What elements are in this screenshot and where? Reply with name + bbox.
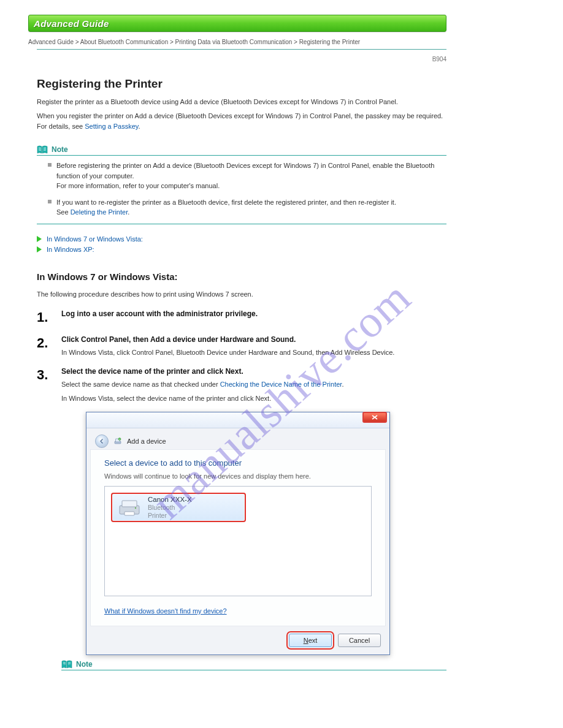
back-button[interactable] xyxy=(95,434,109,448)
step-3-hint-prefix: Select the same device name as that chec… xyxy=(61,381,220,388)
step-3-hint: Select the same device name as that chec… xyxy=(61,379,446,390)
arrow-icon xyxy=(37,246,42,252)
note-bullet-1: Before registering the printer on Add a … xyxy=(48,161,446,191)
breadcrumb: Advanced Guide > About Bluetooth Communi… xyxy=(28,38,446,47)
device-icon: + xyxy=(113,437,122,446)
checking-device-name-link[interactable]: Checking the Device Name of the Printer xyxy=(220,381,342,388)
link-windows-xp[interactable]: In Windows XP: xyxy=(47,246,94,253)
bullet-icon xyxy=(48,200,52,203)
note-header: Note xyxy=(37,145,446,154)
note-bullets: Before registering the printer on Add a … xyxy=(48,161,446,218)
close-icon xyxy=(371,414,378,420)
jump-links: In Windows 7 or Windows Vista: In Window… xyxy=(37,235,446,253)
note-label: Note xyxy=(52,145,68,154)
section-heading: In Windows 7 or Windows Vista: xyxy=(37,271,446,282)
page-code: B904 xyxy=(37,56,446,63)
arrow-icon xyxy=(37,236,42,242)
intro-paragraph-2: When you register the printer on Add a d… xyxy=(37,111,446,132)
step-2-title: Click Control Panel, then Add a device u… xyxy=(61,335,446,344)
step-2-text: In Windows Vista, click Control Panel, B… xyxy=(61,347,446,358)
banner-title: Advanced Guide xyxy=(34,18,109,29)
note-header-sub: Note xyxy=(61,660,446,669)
note-rule-bottom xyxy=(37,224,446,224)
book-icon xyxy=(61,660,72,669)
intro-paragraph-1: Register the printer as a Bluetooth devi… xyxy=(37,97,446,107)
svg-point-15 xyxy=(135,507,136,509)
step-number: 1. xyxy=(37,309,53,325)
add-device-dialog: + Add a device Select a device to add to… xyxy=(86,412,390,655)
dialog-footer: Next Cancel xyxy=(86,630,389,654)
book-icon xyxy=(37,145,48,154)
device-item[interactable]: Canon XXX-X Bluetooth Printer xyxy=(111,493,246,522)
page-banner: Advanced Guide xyxy=(28,15,446,32)
bullet-icon xyxy=(48,163,52,167)
help-link[interactable]: What if Windows doesn't find my device? xyxy=(104,607,227,615)
passkey-link[interactable]: Setting a Passkey xyxy=(85,123,138,130)
svg-text:+: + xyxy=(119,438,120,441)
link-windows7-vista[interactable]: In Windows 7 or Windows Vista: xyxy=(47,235,143,243)
next-button[interactable]: Next xyxy=(289,634,332,647)
svg-rect-14 xyxy=(124,512,134,515)
next-underline: N xyxy=(304,637,308,644)
back-arrow-icon xyxy=(99,438,105,444)
note-label-bottom: Note xyxy=(76,660,93,669)
step-3-title: Select the device name of the printer an… xyxy=(61,367,446,376)
step-1: 1. Log into a user account with the admi… xyxy=(37,309,446,325)
step-3-vista-note: In Windows Vista, select the device name… xyxy=(61,393,446,404)
printer-icon xyxy=(117,497,142,518)
note-bullet-2: If you want to re-register the printer a… xyxy=(48,197,446,218)
step-number: 2. xyxy=(37,335,53,358)
section-lead: The following procedure describes how to… xyxy=(37,289,446,300)
device-name: Canon XXX-X xyxy=(148,495,192,504)
divider xyxy=(37,49,446,50)
device-category: Printer xyxy=(148,512,192,520)
deleting-printer-link[interactable]: Deleting the Printer xyxy=(71,208,128,216)
next-rest: ext xyxy=(308,637,318,644)
close-button[interactable] xyxy=(362,412,387,423)
step-1-title: Log into a user account with the adminis… xyxy=(61,309,446,318)
step-2: 2. Click Control Panel, then Add a devic… xyxy=(37,335,446,358)
note-rule xyxy=(37,155,446,156)
page-title: Registering the Printer xyxy=(37,77,446,91)
step-3: 3. Select the device name of the printer… xyxy=(37,367,446,675)
dialog-body: Select a device to add to this computer … xyxy=(90,449,386,626)
note-bullet-1-text: Before registering the printer on Add a … xyxy=(56,161,446,191)
step-number: 3. xyxy=(37,367,53,675)
dialog-crumb-title: Add a device xyxy=(127,438,166,445)
device-listbox[interactable]: Canon XXX-X Bluetooth Printer xyxy=(104,486,372,596)
dialog-headline: Select a device to add to this computer xyxy=(104,458,372,468)
cancel-button[interactable]: Cancel xyxy=(338,634,381,647)
dialog-titlebar xyxy=(86,412,389,428)
dialog-subline: Windows will continue to look for new de… xyxy=(104,472,372,480)
svg-rect-13 xyxy=(122,501,137,507)
device-type: Bluetooth xyxy=(148,504,192,512)
dialog-breadcrumb: + Add a device xyxy=(86,428,389,449)
note-rule-sub xyxy=(61,670,446,670)
note-bullet-2-text: If you want to re-register the printer a… xyxy=(56,197,396,218)
